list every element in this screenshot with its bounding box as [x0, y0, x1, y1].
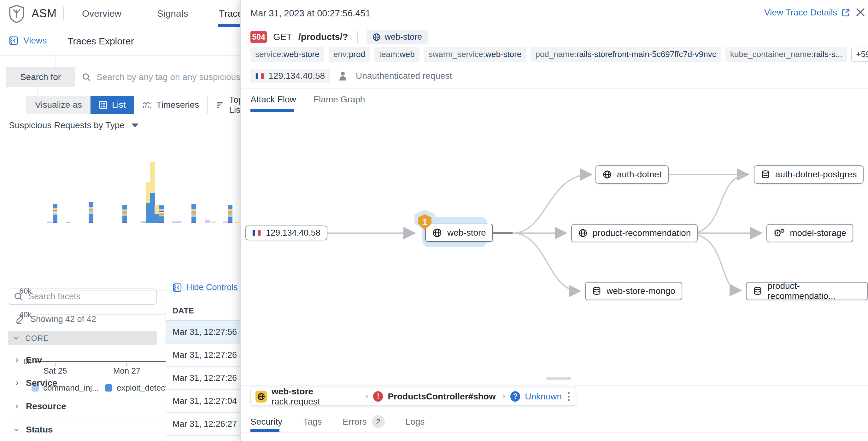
bar-segment — [191, 217, 196, 222]
bar-segment — [172, 222, 177, 223]
tag-team[interactable]: team:web — [374, 46, 420, 62]
panel-toggle-icon — [9, 36, 18, 45]
globe-icon — [432, 228, 442, 238]
flow-node-web-store[interactable]: web-store — [425, 224, 493, 242]
status-code-badge: 504 — [250, 31, 267, 43]
france-flag-icon — [252, 230, 261, 236]
horizontal-scrollbar[interactable] — [546, 377, 571, 380]
close-icon[interactable] — [855, 7, 866, 18]
more-tags-button[interactable]: +59 — [851, 46, 868, 62]
node-label: web-store — [447, 228, 486, 238]
divider — [241, 432, 868, 433]
tag-env[interactable]: env:prod — [329, 46, 370, 62]
facet-search-placeholder: Search facets — [28, 292, 81, 301]
errors-count-badge: 2 — [372, 415, 385, 428]
bar-segment — [66, 222, 71, 223]
divider — [357, 31, 358, 43]
bar-segment — [89, 211, 93, 214]
flow-node-model-storage[interactable]: ⚙⚙ model-storage — [767, 224, 853, 242]
facet-group-label: CORE — [25, 334, 49, 343]
bar-segment — [159, 211, 164, 213]
bar-segment — [47, 222, 52, 223]
chevron-right-icon — [364, 395, 368, 398]
search-icon — [82, 73, 91, 81]
flow-node-source-ip[interactable]: 129.134.40.58 — [245, 226, 328, 240]
nav-item-signals[interactable]: Signals — [157, 0, 188, 27]
facet-group-core[interactable]: CORE — [8, 331, 157, 345]
tag-swarm-service[interactable]: swarm_service:web-store — [424, 46, 526, 62]
bar-segment — [155, 214, 159, 223]
chevron-right-icon — [14, 404, 18, 409]
view-trace-details-link[interactable]: View Trace Details — [764, 7, 850, 18]
globe-icon — [372, 33, 381, 42]
database-icon — [592, 286, 601, 296]
errors-label: Errors — [343, 417, 367, 427]
web-service-icon — [255, 391, 267, 403]
bar-segment — [191, 204, 196, 209]
france-flag-icon — [255, 73, 264, 79]
tag-kube-container-name[interactable]: kube_container_name:rails-s... — [725, 46, 847, 62]
bar-segment — [53, 222, 57, 223]
chevron-down-icon — [14, 427, 18, 431]
kebab-menu-icon[interactable] — [566, 391, 571, 402]
trace-timestamp: Mar 31, 2023 at 00:27:56.451 — [250, 8, 371, 19]
flow-node-product-recommendation[interactable]: product-recommendation — [571, 224, 698, 242]
tag-service[interactable]: service:web-store — [250, 46, 324, 62]
span-unknown-link[interactable]: Unknown — [525, 392, 562, 402]
tab-flame-graph[interactable]: Flame Graph — [313, 95, 365, 105]
flow-edges — [241, 0, 868, 441]
tab-tags[interactable]: Tags — [303, 417, 322, 427]
nav-item-overview[interactable]: Overview — [82, 0, 121, 27]
bar-segment — [53, 213, 57, 215]
node-label: model-storage — [790, 228, 846, 238]
facet-search-input[interactable]: Search facets — [8, 289, 157, 305]
bar-segment — [53, 208, 57, 210]
bar-segment — [89, 207, 93, 209]
bar-segment — [211, 222, 216, 223]
bar-segment — [228, 222, 232, 223]
search-placeholder: Search by any tag on any suspicious req — [96, 72, 255, 82]
flow-node-auth-dotnet-postgres[interactable]: auth-dotnet-postgres — [754, 165, 864, 184]
gears-icon: ⚙⚙ — [773, 228, 785, 238]
span-breadcrumb-bar[interactable]: web-store rack.request ! ProductsControl… — [250, 387, 576, 406]
timeseries-label: Timeseries — [156, 100, 199, 110]
visualize-list-button[interactable]: List — [90, 96, 134, 114]
tab-errors[interactable]: Errors 2 — [343, 415, 384, 428]
asm-shield-logo — [8, 5, 25, 23]
bar-segment — [159, 209, 164, 211]
tab-security[interactable]: Security — [250, 417, 282, 427]
client-ip-pill[interactable]: 129.134.40.58 — [250, 69, 330, 83]
active-tab-underline — [250, 109, 293, 112]
hide-controls-label: Hide Controls — [186, 282, 238, 292]
bar-segment — [122, 216, 127, 222]
hide-controls-button[interactable]: Hide Controls — [173, 282, 238, 292]
trace-side-panel: Mar 31, 2023 at 00:27:56.451 View Trace … — [240, 0, 868, 441]
visualize-timeseries-button[interactable]: Timeseries — [134, 96, 207, 114]
facet-showing-row[interactable]: Showing 42 of 42 — [15, 314, 96, 324]
flow-node-web-store-mongo[interactable]: web-store-mongo — [585, 282, 682, 300]
tag-pod-name[interactable]: pod_name:rails-storefront-main-5c697ffc7… — [530, 46, 721, 62]
tab-attack-flow[interactable]: Attack Flow — [250, 95, 296, 105]
facet-resource[interactable]: Resource — [8, 398, 157, 415]
chart-title-dropdown[interactable]: Suspicious Requests by Type — [9, 120, 138, 130]
bar-segment — [155, 205, 159, 214]
facet-status[interactable]: Status — [8, 421, 157, 439]
flow-node-auth-dotnet[interactable]: auth-dotnet — [595, 165, 669, 184]
bar-segment — [146, 203, 150, 223]
service-pill[interactable]: web-store — [367, 30, 428, 44]
span-operation: rack.request — [272, 397, 320, 406]
facet-env[interactable]: Env — [8, 351, 157, 369]
tab-logs[interactable]: Logs — [406, 417, 425, 427]
timeseries-icon — [142, 100, 152, 109]
showing-count: Showing 42 of 42 — [30, 314, 96, 324]
facet-service[interactable]: Service — [8, 374, 157, 392]
bar-segment — [228, 211, 232, 214]
node-label: auth-dotnet-postgres — [775, 169, 857, 179]
external-link-icon — [841, 8, 850, 17]
app-title: ASM — [32, 0, 57, 27]
request-path: /products/? — [299, 32, 348, 42]
views-label: Views — [23, 36, 47, 46]
flow-node-product-recommendation-db[interactable]: product-recommendatio... — [746, 282, 868, 300]
bar-segment — [53, 215, 57, 222]
views-button[interactable]: Views — [9, 36, 47, 46]
